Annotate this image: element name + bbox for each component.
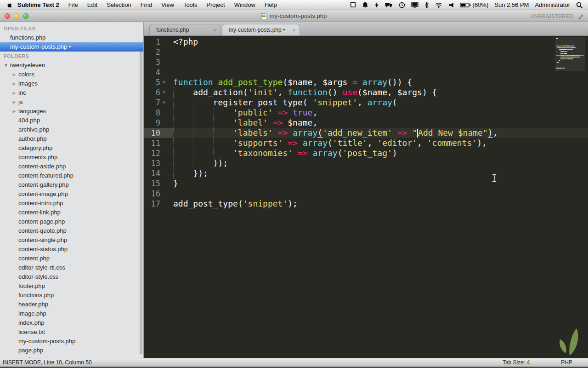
fold-marker-icon — [160, 148, 173, 158]
fold-marker-icon[interactable]: ▼ — [160, 87, 173, 98]
code-line[interactable]: 4 — [144, 67, 588, 77]
menu-item-window[interactable]: Window — [230, 0, 260, 10]
disclosure-collapsed-icon[interactable]: ▶ — [12, 88, 17, 98]
tree-file[interactable]: header.php — [0, 300, 143, 309]
battery-status[interactable]: (60%) — [460, 1, 489, 8]
status-syntax[interactable]: PHP — [561, 359, 572, 366]
menu-user[interactable]: Administrator — [535, 1, 570, 8]
tree-file[interactable]: content-gallery.php — [0, 180, 143, 190]
tree-folder[interactable]: ▶images — [0, 79, 143, 88]
code-line[interactable]: 17add_post_type('snippet'); — [144, 199, 588, 209]
tree-folder[interactable]: ▶js — [0, 98, 143, 107]
code-line[interactable]: 1<?php — [144, 37, 588, 47]
tree-file[interactable]: my-custom-posts.php — [0, 337, 143, 346]
tree-file[interactable]: readme.txt — [0, 355, 143, 358]
code-line[interactable]: 14}); — [144, 168, 588, 178]
tree-folder[interactable]: ▶inc — [0, 88, 143, 98]
tree-file[interactable]: image.php — [0, 309, 143, 318]
tree-file[interactable]: page.php — [0, 346, 143, 355]
wifi-icon[interactable] — [435, 2, 442, 8]
code-line[interactable]: 15} — [144, 178, 588, 189]
menu-item-selection[interactable]: Selection — [102, 0, 136, 10]
search-icon[interactable] — [576, 2, 582, 8]
open-file-item[interactable]: functions.php — [0, 33, 143, 42]
disclosure-collapsed-icon[interactable]: ▶ — [12, 70, 17, 79]
code-line[interactable]: 9'label' => $name, — [144, 118, 588, 128]
tree-file[interactable]: content-aside.php — [0, 162, 143, 171]
time-machine-icon[interactable] — [399, 2, 405, 8]
code-line[interactable]: 11'supports' => array('title', 'editor',… — [144, 138, 588, 148]
open-file-item[interactable]: my-custom-posts.php • — [0, 42, 143, 52]
display-icon[interactable] — [411, 2, 418, 8]
volume-icon[interactable] — [448, 2, 454, 8]
code-line[interactable]: 12'taxonomies' => array('post_tag') — [144, 148, 588, 158]
menu-item-file[interactable]: File — [64, 0, 83, 10]
apple-icon[interactable] — [6, 1, 13, 9]
code-line[interactable]: 7▼register_post_type( 'snippet', array( — [144, 98, 588, 108]
tree-file[interactable]: index.php — [0, 318, 143, 328]
disclosure-collapsed-icon[interactable]: ▶ — [12, 107, 17, 116]
code-line[interactable]: 2 — [144, 47, 588, 57]
minimap[interactable] — [555, 37, 585, 71]
code-line[interactable]: 5▼function add_post_type($name, $args = … — [144, 77, 588, 87]
tree-label: functions.php — [18, 291, 54, 300]
disclosure-collapsed-icon[interactable]: ▶ — [12, 98, 17, 107]
tree-folder[interactable]: ▶languages — [0, 107, 143, 116]
app-menu[interactable]: Sublime Text 2 — [15, 0, 64, 10]
tree-label: readme.txt — [18, 355, 46, 358]
tree-file[interactable]: archive.php — [0, 125, 143, 134]
editor-tab[interactable]: functions.php× — [149, 24, 221, 35]
code-line[interactable]: 10'labels' => array('add_new_item' => "A… — [144, 128, 588, 138]
menu-item-view[interactable]: View — [157, 0, 179, 10]
tree-file[interactable]: content-image.php — [0, 190, 143, 199]
fold-marker-icon[interactable]: ▼ — [160, 98, 173, 108]
code-line[interactable]: 6▼add_action('init', function() use($nam… — [144, 87, 588, 98]
tree-file[interactable]: functions.php — [0, 291, 143, 300]
fold-marker-icon[interactable]: ▼ — [160, 77, 173, 87]
sidebar-scrollbar[interactable] — [140, 52, 142, 354]
bluetooth-icon[interactable] — [424, 2, 429, 8]
tree-file[interactable]: author.php — [0, 134, 143, 144]
tree-file[interactable]: category.php — [0, 144, 143, 153]
menu-item-project[interactable]: Project — [202, 0, 229, 10]
disclosure-collapsed-icon[interactable]: ▶ — [12, 79, 17, 88]
code-line[interactable]: 16 — [144, 189, 588, 199]
code-line[interactable]: 8'public' => true, — [144, 108, 588, 118]
tree-file[interactable]: content-page.php — [0, 217, 143, 226]
tree-file[interactable]: content-single.php — [0, 236, 143, 245]
tree-file[interactable]: comments.php — [0, 153, 143, 162]
menu-item-help[interactable]: Help — [260, 0, 282, 10]
menu-clock[interactable]: Sun 2:56 PM — [494, 1, 529, 8]
tree-file[interactable]: editor-style.css — [0, 272, 143, 282]
code-line[interactable]: 13)); — [144, 158, 588, 168]
tree-file[interactable]: editor-style-rtl.css — [0, 263, 143, 272]
disclosure-expanded-icon[interactable]: ▼ — [4, 61, 8, 70]
tree-file[interactable]: content-featured.php — [0, 171, 143, 180]
tree-file[interactable]: content-link.php — [0, 208, 143, 217]
window-icon[interactable] — [350, 2, 356, 8]
tree-folder[interactable]: ▶colors — [0, 70, 143, 79]
truck-icon[interactable] — [385, 2, 393, 8]
tree-file[interactable]: content-quote.php — [0, 226, 143, 236]
battery-percent-label: (60%) — [473, 1, 489, 8]
tree-file[interactable]: 404.php — [0, 116, 143, 125]
code-line[interactable]: 3 — [144, 57, 588, 67]
minimap-segment — [569, 58, 572, 59]
tree-folder[interactable]: ▼twentyeleven — [0, 61, 143, 70]
status-tab-size[interactable]: Tab Size: 4 — [503, 359, 530, 366]
tab-close-icon[interactable]: × — [292, 27, 296, 33]
menu-item-tools[interactable]: Tools — [179, 0, 202, 10]
tree-file[interactable]: content-intro.php — [0, 199, 143, 208]
menu-item-edit[interactable]: Edit — [83, 0, 102, 10]
bolt-icon[interactable] — [374, 2, 379, 8]
bell-icon[interactable] — [362, 2, 368, 8]
menu-item-find[interactable]: Find — [136, 0, 157, 10]
tab-close-icon[interactable]: × — [213, 27, 217, 33]
tree-file[interactable]: content-status.php — [0, 245, 143, 254]
expand-arrows-icon[interactable] — [578, 13, 584, 22]
tree-file[interactable]: content.php — [0, 254, 143, 263]
tree-file[interactable]: license.txt — [0, 328, 143, 337]
code-editor[interactable]: 1<?php2345▼function add_post_type($name,… — [144, 36, 588, 358]
tree-file[interactable]: footer.php — [0, 282, 143, 291]
editor-tab[interactable]: my-custom-posts.php •× — [222, 24, 300, 35]
